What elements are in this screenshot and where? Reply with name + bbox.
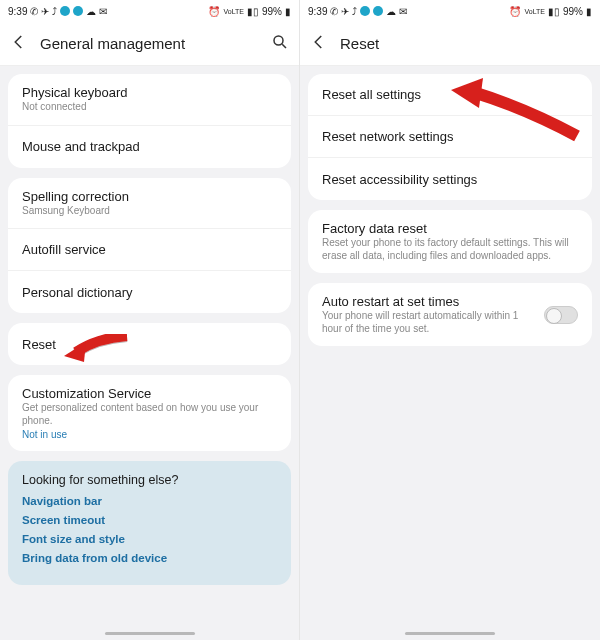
row-status-link: Not in use: [22, 429, 277, 440]
home-indicator: [300, 626, 600, 640]
header: General management: [0, 22, 299, 66]
link-bring-data[interactable]: Bring data from old device: [22, 552, 277, 564]
row-label: Reset network settings: [322, 129, 578, 144]
card-text-input: Spelling correction Samsung Keyboard Aut…: [8, 178, 291, 314]
row-label: Auto restart at set times: [322, 294, 536, 309]
row-sub: Get personalized content based on how yo…: [22, 402, 277, 427]
row-label: Autofill service: [22, 242, 277, 257]
whatsapp-icon: ✆: [30, 6, 38, 17]
row-reset-network-settings[interactable]: Reset network settings: [308, 116, 592, 158]
signal-icon: ▮▯: [548, 6, 560, 17]
row-sub: Not connected: [22, 101, 277, 114]
status-bar: 9:39 ✆ ✈ ⤴ ☁ ✉ ⏰ VoLTE ▮▯ 99% ▮: [300, 0, 600, 22]
status-time: 9:39: [8, 6, 27, 17]
toggle-switch[interactable]: [544, 306, 578, 324]
page-title: General management: [40, 35, 259, 52]
row-reset-all-settings[interactable]: Reset all settings: [308, 74, 592, 116]
row-customization-service[interactable]: Customization Service Get personalized c…: [8, 375, 291, 451]
row-label: Spelling correction: [22, 189, 277, 204]
row-label: Reset accessibility settings: [322, 172, 578, 187]
mail-icon: ✉: [399, 6, 407, 17]
app-dot-icon: [60, 6, 70, 16]
svg-line-1: [282, 44, 286, 48]
telegram-icon: ✈: [41, 6, 49, 17]
telegram-icon: ✈: [341, 6, 349, 17]
row-sub: Your phone will restart automatically wi…: [322, 310, 536, 335]
battery-text: 99%: [262, 6, 282, 17]
battery-icon: ▮: [285, 6, 291, 17]
looking-heading: Looking for something else?: [22, 473, 277, 487]
row-label: Physical keyboard: [22, 85, 277, 100]
battery-icon: ▮: [586, 6, 592, 17]
row-personal-dictionary[interactable]: Personal dictionary: [8, 271, 291, 313]
row-label: Customization Service: [22, 386, 277, 401]
mail-icon: ✉: [99, 6, 107, 17]
row-physical-keyboard[interactable]: Physical keyboard Not connected: [8, 74, 291, 126]
cloud-icon: ☁: [86, 6, 96, 17]
back-icon[interactable]: [310, 33, 328, 55]
upload-icon: ⤴: [52, 6, 57, 17]
card-auto-restart: Auto restart at set times Your phone wil…: [308, 283, 592, 346]
status-time: 9:39: [308, 6, 327, 17]
row-label: Personal dictionary: [22, 285, 277, 300]
row-spelling-correction[interactable]: Spelling correction Samsung Keyboard: [8, 178, 291, 230]
link-font-size-style[interactable]: Font size and style: [22, 533, 277, 545]
alarm-icon: ⏰: [509, 6, 521, 17]
row-reset[interactable]: Reset: [8, 323, 291, 365]
row-label: Mouse and trackpad: [22, 139, 277, 154]
row-label: Reset: [22, 337, 277, 352]
search-icon[interactable]: [271, 33, 289, 55]
content-scroll[interactable]: Reset all settings Reset network setting…: [300, 66, 600, 626]
screen-reset: 9:39 ✆ ✈ ⤴ ☁ ✉ ⏰ VoLTE ▮▯ 99% ▮ Reset Re…: [300, 0, 600, 640]
page-title: Reset: [340, 35, 590, 52]
card-reset-options: Reset all settings Reset network setting…: [308, 74, 592, 200]
app-dot-icon: [73, 6, 83, 16]
status-bar: 9:39 ✆ ✈ ⤴ ☁ ✉ ⏰ VoLTE ▮▯ 99% ▮: [0, 0, 299, 22]
upload-icon: ⤴: [352, 6, 357, 17]
card-factory-reset: Factory data reset Reset your phone to i…: [308, 210, 592, 273]
row-autofill-service[interactable]: Autofill service: [8, 229, 291, 271]
volte-icon: VoLTE: [223, 8, 244, 15]
app-dot-icon: [373, 6, 383, 16]
whatsapp-icon: ✆: [330, 6, 338, 17]
row-sub: Reset your phone to its factory default …: [322, 237, 578, 262]
cloud-icon: ☁: [386, 6, 396, 17]
card-looking-for: Looking for something else? Navigation b…: [8, 461, 291, 585]
header: Reset: [300, 22, 600, 66]
svg-point-0: [274, 36, 283, 45]
row-reset-accessibility-settings[interactable]: Reset accessibility settings: [308, 158, 592, 200]
app-dot-icon: [360, 6, 370, 16]
battery-text: 99%: [563, 6, 583, 17]
link-navigation-bar[interactable]: Navigation bar: [22, 495, 277, 507]
back-icon[interactable]: [10, 33, 28, 55]
link-screen-timeout[interactable]: Screen timeout: [22, 514, 277, 526]
row-label: Reset all settings: [322, 87, 578, 102]
row-factory-data-reset[interactable]: Factory data reset Reset your phone to i…: [308, 210, 592, 273]
screen-general-management: 9:39 ✆ ✈ ⤴ ☁ ✉ ⏰ VoLTE ▮▯ 99% ▮ General …: [0, 0, 300, 640]
alarm-icon: ⏰: [208, 6, 220, 17]
volte-icon: VoLTE: [524, 8, 545, 15]
card-input-devices: Physical keyboard Not connected Mouse an…: [8, 74, 291, 168]
card-customization: Customization Service Get personalized c…: [8, 375, 291, 451]
card-reset: Reset: [8, 323, 291, 365]
home-indicator: [0, 626, 299, 640]
row-label: Factory data reset: [322, 221, 578, 236]
row-auto-restart[interactable]: Auto restart at set times Your phone wil…: [308, 283, 592, 346]
signal-icon: ▮▯: [247, 6, 259, 17]
row-mouse-trackpad[interactable]: Mouse and trackpad: [8, 126, 291, 168]
content-scroll[interactable]: Physical keyboard Not connected Mouse an…: [0, 66, 299, 626]
row-sub: Samsung Keyboard: [22, 205, 277, 218]
